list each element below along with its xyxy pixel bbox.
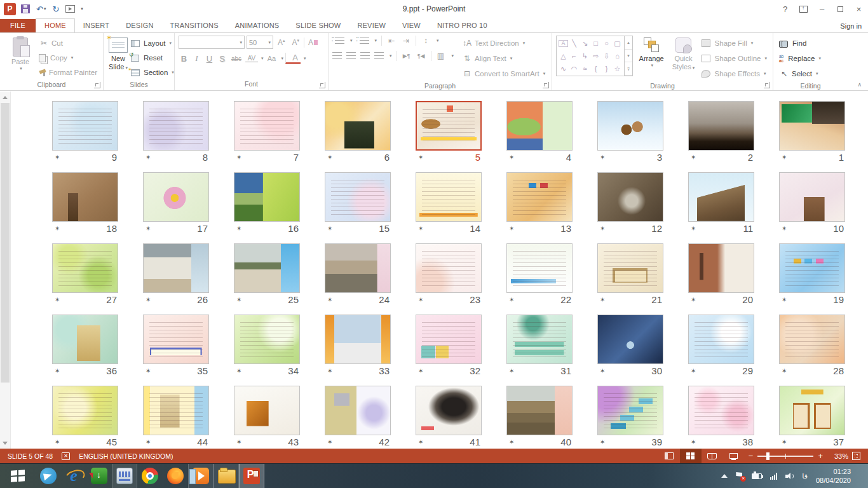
text-direction-button[interactable]: ↕AText Direction▾ (460, 37, 547, 50)
slide-thumbnail-24[interactable] (325, 243, 391, 293)
slide-thumbnail-16[interactable] (234, 172, 300, 222)
slide-thumbnail-18[interactable] (52, 172, 118, 222)
shapes-gallery-scroll[interactable]: ▲▼⊽ (624, 36, 632, 76)
bold-button[interactable]: B (179, 54, 189, 64)
animation-star-icon[interactable]: ✶ (327, 154, 332, 161)
slide-thumbnail-38[interactable] (688, 386, 754, 435)
shape-glyph-1[interactable]: ╲ (572, 40, 576, 47)
shape-glyph-10[interactable]: ⇩ (604, 53, 609, 60)
justify-button[interactable] (374, 52, 384, 60)
align-center-button[interactable] (346, 52, 356, 60)
slide-thumbnail-17[interactable] (143, 172, 209, 222)
animation-star-icon[interactable]: ✶ (782, 438, 787, 445)
shape-glyph-15[interactable]: { (595, 65, 597, 72)
start-button[interactable] (0, 464, 36, 488)
increase-indent-button[interactable]: ⇥ (401, 36, 411, 46)
tab-nitro-pro-10[interactable]: NITRO PRO 10 (429, 19, 496, 32)
slide-thumbnail-21[interactable] (597, 243, 663, 293)
slide-thumbnail-30[interactable] (597, 315, 663, 364)
restore-button[interactable] (831, 0, 850, 18)
shape-glyph-12[interactable]: ∿ (560, 65, 566, 72)
layout-button[interactable]: Layout▾ (129, 37, 176, 50)
shape-glyph-7[interactable]: ⌐ (572, 53, 576, 60)
slide-thumbnail-5[interactable] (416, 101, 482, 151)
close-button[interactable]: × (850, 0, 868, 18)
slideshow-view-button[interactable] (723, 449, 745, 463)
animation-star-icon[interactable]: ✶ (55, 367, 60, 374)
shape-glyph-3[interactable]: □ (593, 40, 598, 47)
tab-review[interactable]: REVIEW (349, 19, 394, 32)
shape-glyph-14[interactable]: ≈ (583, 65, 587, 72)
slide-thumbnail-39[interactable] (597, 386, 663, 435)
animation-star-icon[interactable]: ✶ (55, 225, 60, 232)
taskbar-app-osk[interactable] (112, 464, 137, 488)
animation-star-icon[interactable]: ✶ (418, 367, 423, 374)
clear-formatting-button[interactable]: A (304, 37, 320, 48)
animation-star-icon[interactable]: ✶ (600, 438, 605, 445)
arrange-button[interactable]: Arrange▾ (635, 36, 667, 70)
customize-qat-button[interactable]: ▾ (81, 6, 83, 11)
action-center-icon[interactable] (736, 472, 743, 480)
shape-glyph-17[interactable]: ☆ (614, 65, 621, 72)
columns-button[interactable]: ▥ (436, 51, 446, 61)
animation-star-icon[interactable]: ✶ (55, 296, 60, 303)
ribbon-display-options-button[interactable] (794, 0, 813, 18)
animation-star-icon[interactable]: ✶ (418, 296, 423, 303)
animation-star-icon[interactable]: ✶ (691, 438, 696, 445)
align-left-button[interactable] (332, 52, 342, 60)
shape-glyph-13[interactable]: ◠ (571, 65, 578, 72)
normal-view-button[interactable] (658, 449, 680, 463)
slide-thumbnail-7[interactable] (234, 101, 300, 151)
animation-star-icon[interactable]: ✶ (327, 367, 332, 374)
slide-thumbnail-28[interactable] (779, 315, 845, 364)
shape-glyph-5[interactable]: ▢ (614, 40, 620, 47)
taskbar-app-chrome[interactable] (137, 464, 163, 488)
slide-thumbnail-11[interactable] (688, 172, 754, 222)
replace-button[interactable]: abacReplace▾ (777, 52, 823, 65)
section-button[interactable]: Section▾ (129, 66, 176, 79)
align-text-button[interactable]: ⇅Align Text▾ (460, 52, 547, 65)
character-spacing-button[interactable]: AV (245, 55, 258, 62)
powerpoint-logo-icon[interactable]: P (4, 3, 16, 15)
redo-button[interactable]: ↻ (51, 3, 60, 15)
copy-button[interactable]: Copy▾ (37, 51, 99, 64)
animation-star-icon[interactable]: ✶ (691, 296, 696, 303)
text-shadow-button[interactable]: S (217, 54, 227, 64)
taskbar-app-player[interactable] (188, 464, 214, 488)
taskbar-app-ie[interactable]: e (61, 464, 86, 488)
animation-star-icon[interactable]: ✶ (600, 225, 605, 232)
animation-star-icon[interactable]: ✶ (600, 367, 605, 374)
shape-effects-button[interactable]: Shape Effects▾ (700, 67, 769, 80)
animation-star-icon[interactable]: ✶ (600, 296, 605, 303)
slide-thumbnail-8[interactable] (143, 101, 209, 151)
animation-star-icon[interactable]: ✶ (236, 296, 241, 303)
reset-button[interactable]: Reset (129, 51, 176, 64)
animation-star-icon[interactable]: ✶ (782, 367, 787, 374)
slide-thumbnail-25[interactable] (234, 243, 300, 293)
quick-styles-button[interactable]: Quick Styles▾ (667, 36, 699, 72)
font-name-combo[interactable]: ▾ (179, 36, 245, 49)
shape-glyph-6[interactable]: △ (560, 53, 566, 60)
battery-icon[interactable] (752, 473, 762, 479)
find-button[interactable]: Find (777, 37, 823, 50)
shape-fill-button[interactable]: Shape Fill▾ (700, 37, 769, 50)
italic-button[interactable]: I (191, 53, 202, 64)
slide-thumbnail-3[interactable] (597, 101, 663, 151)
taskbar-app-explorer[interactable] (214, 464, 239, 488)
align-right-button[interactable] (360, 52, 370, 60)
animation-star-icon[interactable]: ✶ (236, 154, 241, 161)
animation-star-icon[interactable]: ✶ (146, 367, 151, 374)
spell-check-icon[interactable]: ✕ (62, 452, 70, 460)
slide-thumbnail-45[interactable] (52, 386, 118, 435)
save-button[interactable] (20, 3, 31, 15)
strikethrough-button[interactable]: abc (229, 55, 243, 62)
shape-glyph-11[interactable]: ⌂ (615, 53, 620, 60)
slide-thumbnail-6[interactable] (325, 101, 391, 151)
shape-glyph-2[interactable]: ↘ (582, 40, 588, 47)
slide-thumbnail-44[interactable] (143, 386, 209, 435)
start-slideshow-button[interactable] (64, 3, 76, 15)
shrink-font-button[interactable]: A▾ (290, 37, 302, 48)
animation-star-icon[interactable]: ✶ (691, 225, 696, 232)
tab-insert[interactable]: INSERT (75, 19, 118, 32)
animation-star-icon[interactable]: ✶ (418, 225, 423, 232)
